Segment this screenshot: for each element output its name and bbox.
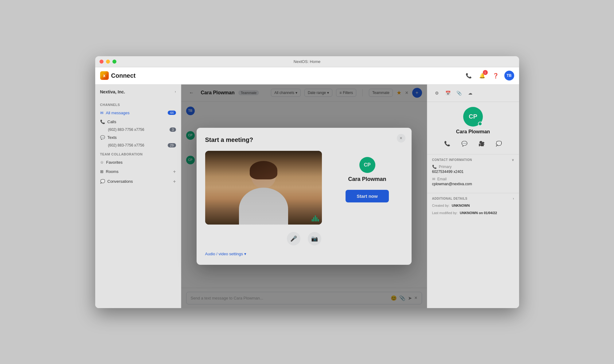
main-chat: ← Cara Plowman Teammate All channels ▾ D… [181,84,427,308]
additional-details-section: ADDITIONAL DETAILS › Created by: UNKNOWN… [427,193,519,222]
rooms-add-icon[interactable]: + [173,169,176,174]
sidebar-item-calls[interactable]: 📞 Calls [95,117,181,126]
additional-chevron-icon[interactable]: › [513,197,514,200]
user-avatar[interactable]: TB [504,71,514,80]
sidebar: Nextiva, Inc. › Channels ✉ All messages … [95,84,181,308]
mic-button[interactable]: 🎤 [287,232,300,245]
contact-name-display: Cara Plowman [427,129,519,135]
notification-bell-icon[interactable]: 🔔 1 [477,71,487,80]
contact-actions: 📞 💬 🎥 💭 [427,138,519,149]
sidebar-item-favorites[interactable]: ☆ Favorites [95,158,181,167]
modal-controls: 🎤 📷 [205,232,403,245]
notification-badge: 1 [483,70,488,75]
app-name: Connect [111,72,136,79]
favorites-icon: ☆ [100,160,104,165]
titlebar: NextOS: Home [95,56,519,67]
mac-window: NextOS: Home x Connect 📞 🔔 1 ❓ TB [95,56,519,308]
primary-phone-row: 📞 Primary 6027534499 x2401 [432,165,514,174]
contact-info-header: CONTACT INFORMATION ∨ [432,158,514,162]
right-panel-calendar-icon[interactable]: 📅 [443,88,453,98]
texts-icon: 💬 [100,135,105,140]
org-chevron-icon: › [175,90,176,93]
video-preview [205,151,322,225]
top-bar: x Connect 📞 🔔 1 ❓ TB [95,67,519,84]
right-panel-cloud-icon[interactable]: ☁ [465,88,475,98]
contact-info-chevron-icon[interactable]: ∨ [512,158,514,162]
av-chevron-icon: ▾ [244,252,246,256]
email-row: ✉ Email cplowman@nextiva.com [432,177,514,186]
modal-title: Start a meeting? [205,136,403,143]
texts-number-badge: 29 [168,143,176,147]
rooms-label: Rooms [106,169,119,174]
help-icon[interactable]: ❓ [491,71,501,80]
window-title: NextOS: Home [294,59,320,64]
right-panel-settings-icon[interactable]: ⚙ [432,88,442,98]
all-messages-icon: ✉ [100,111,104,115]
callee-avatar: CP [359,157,375,173]
video-feed [205,151,322,225]
sidebar-sub-calls-number[interactable]: (602) 883-7756 x7756 3 [95,126,181,133]
email-value: cplowman@nextiva.com [432,182,514,186]
callee-name: Cara Plowman [348,176,386,182]
call-action-icon[interactable]: 📞 [442,138,453,149]
sidebar-item-rooms[interactable]: ⊞ Rooms + [95,167,181,177]
video-button[interactable]: 📷 [308,232,321,245]
favorites-label: Favorites [106,160,123,165]
conversations-icon: 💭 [100,179,105,184]
calls-number-badge: 3 [170,127,176,132]
modal-body: CP Cara Plowman Start now [205,151,403,225]
phone-small-icon: 📞 [432,165,437,169]
start-now-button[interactable]: Start now [346,190,389,202]
additional-details-header: ADDITIONAL DETAILS › [432,197,514,200]
sidebar-item-texts[interactable]: 💬 Texts [95,133,181,142]
calls-label: Calls [108,119,116,124]
org-name: Nextiva, Inc. [100,89,125,94]
all-messages-badge: 44 [168,111,176,115]
modified-by-row: Last modified by: UNKNOWN on 01/04/22 [432,211,514,215]
logo-icon: x [100,71,109,80]
av-settings-link[interactable]: Audio / video settings ▾ [205,252,403,256]
app-wrapper: x Connect 📞 🔔 1 ❓ TB Nextiva, Inc. › Cha… [95,67,519,308]
maximize-button[interactable] [112,60,116,64]
rooms-icon: ⊞ [100,169,104,174]
close-button[interactable] [100,60,104,64]
created-by-row: Created by: UNKNOWN [432,203,514,208]
modal-overlay: Start a meeting? × [181,84,427,308]
phone-icon[interactable]: 📞 [464,71,474,80]
conversations-label: Conversations [108,179,133,184]
all-messages-label: All messages [106,111,130,115]
sidebar-item-conversations[interactable]: 💭 Conversations + [95,177,181,186]
sidebar-sub-texts-number[interactable]: (602) 883-7756 x7756 29 [95,142,181,149]
right-panel-paperclip-icon[interactable]: 📎 [454,88,464,98]
conversations-add-icon[interactable]: + [173,179,176,184]
modal-footer: Audio / video settings ▾ [205,252,403,256]
email-label: ✉ Email [432,177,514,181]
channels-label: Channels [95,99,181,108]
primary-phone-value: 6027534499 x2401 [432,170,514,174]
meeting-modal: Start a meeting? × [197,128,412,265]
minimize-button[interactable] [106,60,110,64]
video-action-icon[interactable]: 🎥 [476,138,487,149]
message-action-icon[interactable]: 💬 [459,138,470,149]
team-label: Team collaboration [95,149,181,158]
contact-info-section: CONTACT INFORMATION ∨ 📞 Primary 60275344… [427,155,519,193]
sound-indicator [312,215,319,221]
sidebar-item-all-messages[interactable]: ✉ All messages 44 [95,108,181,117]
contact-avatar-large: CP [463,107,483,127]
primary-label: 📞 Primary [432,165,514,169]
right-panel-header: ⚙ 📅 📎 ☁ [427,84,519,102]
titlebar-buttons [100,60,116,64]
org-selector[interactable]: Nextiva, Inc. › [95,89,181,99]
email-icon: ✉ [432,177,435,181]
modal-close-button[interactable]: × [397,134,405,143]
online-status-dot [478,122,482,126]
texts-label: Texts [108,135,117,140]
calls-icon: 📞 [100,119,105,124]
right-panel-icons: ⚙ 📅 📎 ☁ [432,88,475,98]
chat-action-icon[interactable]: 💭 [493,138,504,149]
app-logo: x Connect [100,71,136,80]
content-area: Nextiva, Inc. › Channels ✉ All messages … [95,84,519,308]
modal-right: CP Cara Plowman Start now [332,151,403,202]
right-panel: ⚙ 📅 📎 ☁ CP Cara Plowman 📞 💬 🎥 💭 [427,84,519,308]
